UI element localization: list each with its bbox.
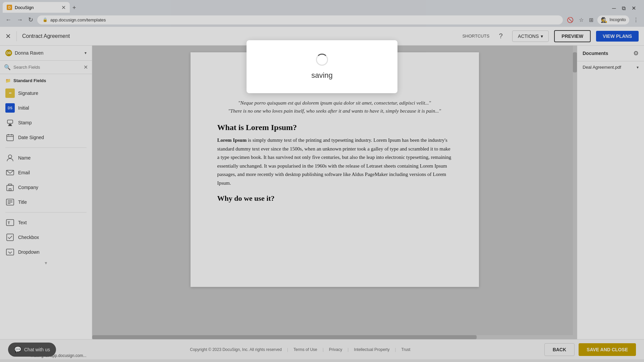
documents-title: Documents bbox=[583, 51, 608, 56]
actions-chevron-icon: ▾ bbox=[541, 34, 543, 39]
name-icon bbox=[5, 153, 15, 163]
document-body-1: Lorem Ipsum is simply dummy text of the … bbox=[217, 136, 452, 187]
save-close-button[interactable]: SAVE AND CLOSE bbox=[579, 343, 636, 356]
browser-chrome: D DocuSign ✕ + ─ ⧉ ✕ ← → ↻ 🔒 app.docusig… bbox=[0, 0, 644, 27]
close-doc-icon[interactable]: ✕ bbox=[5, 32, 11, 40]
field-item-date-signed[interactable]: Date Signed bbox=[0, 130, 92, 145]
sidebar-divider-2 bbox=[5, 212, 87, 213]
fields-section-label: Standard Fields bbox=[13, 78, 46, 83]
field-item-title[interactable]: Title bbox=[0, 195, 92, 209]
url-text: app.docusign.com/templates bbox=[50, 17, 106, 22]
forward-nav-button[interactable]: → bbox=[15, 15, 24, 25]
field-item-text[interactable]: T Text bbox=[0, 215, 92, 230]
fields-section: 📁 Standard Fields bbox=[0, 74, 92, 86]
field-label-stamp: Stamp bbox=[18, 120, 32, 125]
email-icon bbox=[5, 168, 15, 177]
favicon: D bbox=[7, 5, 12, 10]
back-button[interactable]: BACK bbox=[544, 343, 575, 356]
extensions-icon[interactable]: ⊞ bbox=[588, 15, 595, 24]
incognito-indicator[interactable]: 🕵 Incognito bbox=[597, 15, 629, 24]
back-nav-button[interactable]: ← bbox=[4, 15, 13, 25]
scroll-down-indicator: ▼ bbox=[0, 259, 92, 267]
trust-link[interactable]: Trust bbox=[401, 347, 411, 352]
terms-link[interactable]: Terms of Use bbox=[293, 347, 317, 352]
vertical-scrollbar[interactable] bbox=[573, 46, 577, 339]
field-label-name: Name bbox=[18, 155, 31, 161]
document-quote: "Neque porro quisquam est qui dolorem ip… bbox=[217, 99, 452, 115]
address-bar[interactable]: 🔒 app.docusign.com/templates bbox=[37, 15, 563, 24]
view-plans-button[interactable]: VIEW PLANS bbox=[596, 31, 639, 42]
saving-modal: saving bbox=[247, 40, 397, 93]
privacy-link[interactable]: Privacy bbox=[329, 347, 342, 352]
search-clear-icon[interactable]: ✕ bbox=[84, 64, 88, 70]
chat-label: Chat with us bbox=[24, 347, 50, 352]
field-item-initial[interactable]: DS Initial bbox=[0, 101, 92, 115]
restore-button[interactable]: ⧉ bbox=[619, 4, 628, 13]
right-sidebar: Documents ⚙ Deal Agreement.pdf ▾ bbox=[577, 46, 644, 339]
document-heading-2: Why do we use it? bbox=[217, 194, 452, 203]
svg-rect-1 bbox=[9, 124, 11, 125]
sep4: | bbox=[395, 347, 396, 352]
help-button[interactable]: ? bbox=[495, 30, 507, 42]
footer-right: BACK SAVE AND CLOSE bbox=[544, 343, 636, 356]
svg-text:T: T bbox=[8, 221, 10, 225]
field-item-company[interactable]: Company bbox=[0, 180, 92, 195]
document-body-bold: Lorem Ipsum bbox=[217, 137, 247, 143]
field-item-signature[interactable]: ✒ Signature bbox=[0, 86, 92, 101]
field-label-title: Title bbox=[18, 199, 27, 205]
field-item-email[interactable]: Email bbox=[0, 165, 92, 180]
svg-rect-18 bbox=[7, 234, 13, 241]
svg-rect-0 bbox=[7, 120, 13, 123]
tab-close-icon[interactable]: ✕ bbox=[61, 4, 66, 11]
sidebar-divider-1 bbox=[5, 147, 87, 148]
save-close-label: SAVE AND CLOSE bbox=[587, 347, 628, 352]
user-selector[interactable]: DR Donna Raven ▾ bbox=[0, 46, 92, 61]
footer-copyright: Copyright © 2023 DocuSign, Inc. All righ… bbox=[190, 347, 282, 352]
search-input[interactable] bbox=[13, 65, 81, 70]
svg-rect-3 bbox=[7, 135, 13, 141]
field-item-stamp[interactable]: Stamp bbox=[0, 115, 92, 130]
sep2: | bbox=[323, 347, 324, 352]
new-tab-button[interactable]: + bbox=[70, 3, 79, 13]
field-label-checkbox: Checkbox bbox=[18, 235, 39, 240]
field-item-dropdown[interactable]: Dropdown bbox=[0, 245, 92, 259]
preview-button[interactable]: PREVIEW bbox=[554, 30, 591, 42]
company-icon bbox=[5, 183, 15, 192]
field-item-checkbox[interactable]: Checkbox bbox=[0, 230, 92, 245]
bookmark-icon[interactable]: ☆ bbox=[578, 15, 585, 24]
initial-icon: DS bbox=[5, 103, 15, 113]
field-label-dropdown: Dropdown bbox=[18, 249, 40, 255]
field-label-email: Email bbox=[18, 170, 30, 175]
close-button[interactable]: ✕ bbox=[629, 4, 639, 13]
doc-selector[interactable]: Deal Agreement.pdf ▾ bbox=[577, 61, 644, 73]
dropdown-icon bbox=[5, 247, 15, 257]
more-menu-icon[interactable]: ⋮ bbox=[632, 15, 640, 24]
documents-gear-icon[interactable]: ⚙ bbox=[633, 50, 639, 57]
document-body-text: is simply dummy text of the printing and… bbox=[217, 137, 451, 186]
field-label-date-signed: Date Signed bbox=[18, 135, 44, 140]
actions-button[interactable]: ACTIONS ▾ bbox=[512, 31, 549, 42]
reload-button[interactable]: ↻ bbox=[27, 15, 35, 25]
svg-rect-19 bbox=[6, 249, 14, 255]
doc-selector-chevron-icon: ▾ bbox=[637, 65, 639, 70]
doc-title: Contract Agreement bbox=[22, 33, 70, 39]
waiting-text: Waiting for app.docusign.com... bbox=[30, 353, 87, 359]
fields-list: ✒ Signature DS Initial Stamp bbox=[0, 86, 92, 339]
window-controls: ─ ⧉ ✕ bbox=[609, 2, 641, 13]
ip-link[interactable]: Intellectual Property bbox=[354, 347, 389, 352]
signature-icon: ✒ bbox=[5, 88, 15, 98]
view-plans-label: VIEW PLANS bbox=[603, 34, 632, 39]
doc-name: Deal Agreement.pdf bbox=[583, 65, 621, 70]
svg-point-7 bbox=[8, 155, 12, 158]
quote-line1: "Neque porro quisquam est qui dolorem ip… bbox=[238, 100, 431, 106]
minimize-button[interactable]: ─ bbox=[609, 4, 619, 13]
horizontal-scrollbar[interactable] bbox=[92, 335, 573, 339]
field-item-name[interactable]: Name bbox=[0, 150, 92, 165]
sep3: | bbox=[347, 347, 348, 352]
shortcuts-label[interactable]: SHORTCUTS bbox=[462, 34, 489, 39]
incognito-avatar: 🕵 bbox=[601, 17, 607, 23]
checkbox-icon bbox=[5, 233, 15, 242]
right-sidebar-header: Documents ⚙ bbox=[577, 46, 644, 61]
eye-off-icon[interactable]: 🚫 bbox=[566, 15, 575, 24]
browser-tab[interactable]: D DocuSign ✕ bbox=[3, 2, 70, 13]
